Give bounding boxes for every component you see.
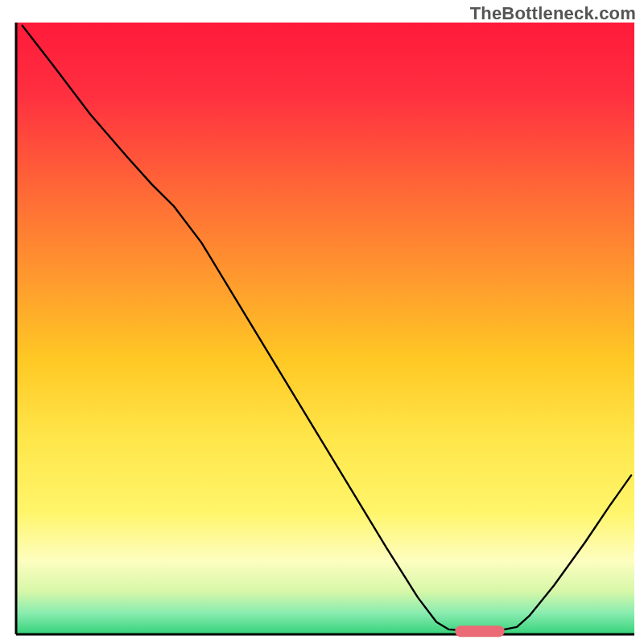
watermark-text: TheBottleneck.com — [470, 3, 636, 24]
chart-container: TheBottleneck.com — [0, 0, 644, 644]
optimum-marker — [455, 625, 504, 637]
bottleneck-chart — [0, 0, 644, 644]
chart-background — [16, 23, 634, 634]
